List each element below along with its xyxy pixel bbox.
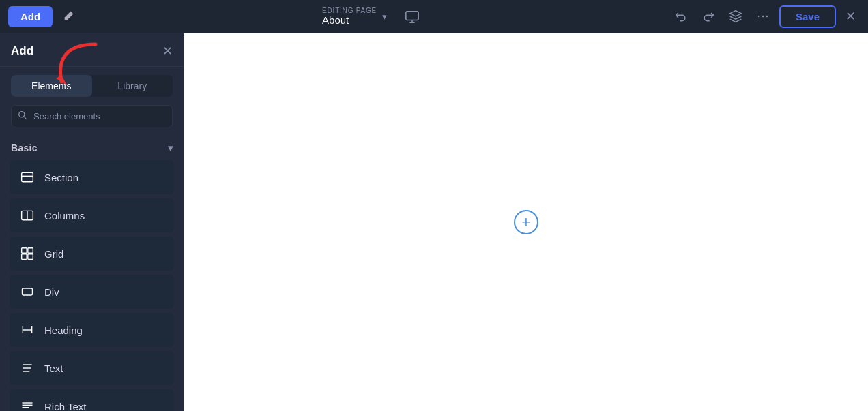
svg-rect-0 [406,12,418,20]
save-button[interactable]: Save [779,5,836,28]
add-block-button[interactable]: + [514,210,538,234]
grid-icon [20,246,35,261]
add-button[interactable]: Add [8,6,53,27]
element-label-text: Text [44,363,63,374]
svg-point-3 [766,16,768,18]
device-view-button[interactable] [398,5,426,28]
topbar: Add EDITING PAGE About ▾ [0,0,868,33]
sidebar-inner: Add ✕ Elements Library [0,33,184,411]
svg-rect-15 [23,288,33,295]
basic-section-label[interactable]: Basic ▾ [0,136,184,160]
svg-line-6 [24,117,27,119]
editing-page-label: EDITING PAGE About [322,7,377,26]
redo-button[interactable] [697,5,719,27]
basic-section-chevron: ▾ [168,142,173,153]
close-button[interactable]: ✕ [841,5,860,28]
element-item-richtext[interactable]: Rich Text [10,389,174,411]
search-icon [18,110,27,123]
element-label-div: Div [44,286,59,298]
tab-toggle: Elements Library [11,75,173,97]
columns-icon [20,208,35,223]
text-icon [20,361,35,376]
svg-rect-11 [22,248,27,254]
topbar-right: Save ✕ [670,5,860,28]
element-label-grid: Grid [44,248,63,260]
tab-library[interactable]: Library [92,75,173,97]
element-item-text[interactable]: Text [10,351,174,385]
element-label-columns: Columns [44,210,85,222]
undo-button[interactable] [670,5,692,27]
search-wrap [11,105,173,127]
editing-page-title: About [322,14,349,26]
page-selector-chevron: ▾ [382,12,387,22]
div-icon [20,284,35,299]
elements-list: Section Columns [0,160,184,411]
element-label-richtext: Rich Text [44,401,86,412]
sidebar: Add ✕ Elements Library [0,33,184,411]
element-label-section: Section [44,172,78,183]
svg-rect-13 [22,254,27,260]
layers-button[interactable] [725,5,747,27]
svg-point-2 [762,16,764,18]
more-options-button[interactable] [752,5,774,27]
sidebar-header: Add ✕ [0,33,184,67]
element-item-columns[interactable]: Columns [10,198,174,232]
canvas-area: + [184,33,868,411]
edit-icon-button[interactable] [58,6,78,27]
canvas-white: + [184,33,868,411]
svg-rect-12 [28,248,33,254]
heading-icon [20,322,35,337]
svg-point-1 [758,16,760,18]
richtext-icon [20,399,35,411]
element-item-grid[interactable]: Grid [10,237,174,271]
editing-page-sub: EDITING PAGE [322,7,377,14]
element-label-heading: Heading [44,324,83,336]
element-item-section[interactable]: Section [10,160,174,194]
svg-rect-7 [22,172,33,181]
svg-rect-14 [28,254,33,260]
section-icon [20,170,35,185]
element-item-div[interactable]: Div [10,275,174,309]
topbar-center: EDITING PAGE About ▾ [78,5,670,28]
main-layout: Add ✕ Elements Library [0,33,868,411]
search-input[interactable] [11,105,173,127]
svg-point-5 [19,111,25,117]
sidebar-close-button[interactable]: ✕ [162,45,173,57]
tab-elements[interactable]: Elements [11,75,92,97]
page-selector[interactable]: EDITING PAGE About ▾ [322,7,387,26]
sidebar-title: Add [11,44,33,58]
basic-section-title: Basic [11,142,38,153]
topbar-left: Add [8,6,78,27]
element-item-heading[interactable]: Heading [10,313,174,347]
